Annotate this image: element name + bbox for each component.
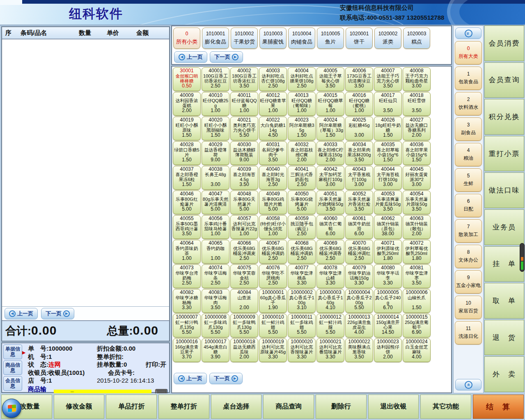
product-cell[interactable]: 40078华味亨盐津山楂3.30 (316, 264, 344, 288)
product-cell[interactable]: 40058(特价)旺仔小馒头18克1.00 (259, 215, 287, 239)
product-cell[interactable]: 40052乐事天然薯片香浓红烩3.50 (345, 190, 373, 214)
refund-button[interactable]: 退 货 (484, 320, 524, 356)
product-cell[interactable]: 40038长鼻王48g3.00 (202, 166, 229, 190)
product-cell[interactable]: 40069优乐美68G桶装冲调香芋2.50 (316, 240, 344, 264)
product-cell[interactable]: 40013旺仔QQ糖（葡萄味）1.00 (288, 92, 316, 116)
product-cell[interactable]: 10000013226g满意鱼皮花生4.00 (345, 314, 373, 337)
settle-button[interactable]: 结 算 (473, 395, 524, 419)
info-tab-0[interactable]: 单据信息▶ (3, 344, 22, 359)
product-cell[interactable]: 40070优乐美68G桶装冲调红豆2.50 (345, 240, 373, 264)
product-cell[interactable]: 40057达利可比克香辣薯片22g1.00 (230, 215, 258, 239)
scroll-down-button[interactable]: » (455, 28, 481, 39)
product-cell[interactable]: 40056乐事鸡汁番茄味马铃薯1.00 (202, 215, 229, 239)
takeout-button[interactable]: 外 卖 (484, 356, 524, 392)
product-cell[interactable]: 10000010虹一鲜汁鸡翅5.50 (259, 314, 287, 337)
product-cell[interactable]: 40063德芙什锦装（散包）2.00 (403, 215, 431, 239)
product-cell[interactable]: 40016旺仔QQ糖（蜜桃）1.00 (345, 92, 373, 116)
product-cell[interactable]: 40064香约原味奶茶1.00 (173, 240, 201, 264)
product-cell[interactable]: 10000012虹一鲜汁鸡腿5.50 (316, 314, 344, 337)
product-cell[interactable]: 40033喜之郎维C柠檬果冻150g2.00 (316, 141, 344, 165)
info-tab-1[interactable]: 商品信息 (3, 360, 22, 375)
prev-page-button[interactable]: ◀上一页 (5, 308, 38, 319)
product-cell[interactable]: 10000005真心瓜子240g6.70 (374, 289, 402, 313)
product-cell[interactable]: 40008王子巧克力颗粒曲奇星3.00 (403, 67, 431, 91)
item-discount-button[interactable]: 单品打折 (106, 395, 157, 419)
product-cell[interactable]: 10000007虹一鲜汁鸭爪135g5.50 (173, 314, 201, 337)
product-cell[interactable]: 40042太平加钙芝麻梳打100g3.00 (316, 166, 344, 190)
product-cell[interactable]: 10000016166g满意青豆果子3.70 (173, 338, 201, 362)
product-cell[interactable]: 40068优乐美68G桶装冲调奶茶2.50 (288, 240, 316, 264)
product-cell[interactable]: 30001金丝猴口哨棒棒糖0.50 (173, 67, 201, 91)
prev-page-button[interactable]: ◀上一页 (174, 51, 207, 63)
product-cell[interactable]: 10000011虹一多味鸡翅5.50 (288, 314, 316, 337)
product-cell[interactable]: 40075华味亨芙蓉金桔2.50 (230, 264, 258, 288)
delete-row-button[interactable]: 删除行 (316, 395, 367, 419)
product-cell[interactable]: 10000024白玉金丝芝麻味4.00 (403, 338, 431, 362)
product-cell[interactable]: 40018旺旺雪饼3.50 (403, 92, 431, 116)
product-cell[interactable]: 10000017454g满意白糖3.90 (202, 338, 229, 362)
product-cell[interactable]: 40017旺旺仙贝3.50 (374, 92, 402, 116)
table-select-button[interactable]: 桌台选择 (211, 395, 262, 419)
product-cell[interactable]: 40081华味亨盐津枣3.50 (403, 264, 431, 288)
product-cell[interactable]: 40059挑豆随手包（豌豆）2.50 (288, 215, 316, 239)
small-category-tab-1020002[interactable]: 1020002派类 (374, 28, 401, 49)
cooking-flavor-button[interactable]: 做法口味 (484, 172, 524, 208)
product-cell[interactable]: 4002618g旺旺牛奶糖1.50 (374, 117, 402, 140)
product-cell[interactable]: 10000021达利可比克番茄味薯片3.30 (316, 338, 344, 362)
product-cell[interactable]: 40062德芙什锦装（原包）38.00 (374, 215, 402, 239)
product-cell[interactable]: 40004达利好吃点腰果饼108g2.50 (288, 67, 316, 91)
product-cell[interactable]: 40077华味亨盐津桃条3.30 (288, 264, 316, 288)
product-cell[interactable]: 40029益达香橙薄荷9.00 (202, 141, 229, 165)
product-cell[interactable]: 40055乐事50G墨西哥鸡汁薯片3.50 (173, 215, 201, 239)
small-category-tab-1010005[interactable]: 1010005鱼片 (317, 28, 344, 49)
large-category-2[interactable]: 2饮料酒水 (455, 92, 482, 115)
small-category-tab-1020001[interactable]: 1020001饼干 (346, 28, 373, 49)
salesman-button[interactable]: 业务员 (484, 209, 524, 245)
product-cell[interactable]: 10000022美味酥满点葱香味3.50 (345, 338, 373, 362)
product-cell[interactable]: 40021奥利奥巧克力夹心饼干5.50 (230, 117, 258, 140)
large-category-5[interactable]: 5生鲜 (455, 168, 482, 192)
product-cell[interactable]: 40030益达木糖醇薄荷瓶装9.00 (230, 141, 258, 165)
product-cell[interactable]: 10000019达利可比克原味薯片45g3.30 (259, 338, 287, 362)
product-cell[interactable]: 40048乐事80G天然薯片5.00 (230, 190, 258, 214)
points-exchange-button[interactable]: 积分兑换 (484, 99, 524, 135)
large-category-9[interactable]: 9五金小家电 (455, 270, 482, 294)
large-category-8[interactable]: 8文体办公 (455, 245, 482, 268)
product-cell[interactable]: 40084山查派2.00 (230, 289, 258, 313)
order-discount-button[interactable]: 整单打折 (158, 395, 209, 419)
prev-page-button[interactable]: ◀上一页 (174, 373, 207, 384)
next-page-button[interactable]: 下一页▶ (209, 373, 243, 384)
exit-cashier-button[interactable]: 退出收银 (368, 395, 419, 419)
product-cell[interactable]: 40015旺仔QQ糖草莓1.00 (316, 92, 344, 116)
product-cell[interactable]: 10000004真心香瓜子200g5.50 (345, 289, 373, 313)
product-cell[interactable]: 10000003真心香瓜子160g4.10 (316, 289, 344, 313)
product-cell[interactable]: 40043太平香葱梳打100g3.00 (345, 166, 373, 190)
member-consume-button[interactable]: 会员消费 (484, 25, 524, 61)
product-cell[interactable]: 40076华味亨吃不厌桃肉2.50 (259, 264, 287, 288)
large-category-7[interactable]: 7散装加工 (455, 219, 482, 243)
scroll-up-button[interactable]: » (455, 379, 481, 390)
product-cell[interactable]: 40082华味亨冰糖杨梅3.30 (173, 289, 201, 313)
product-cell[interactable]: 40011旺仔蓝莓QQ糖1.00 (230, 92, 258, 116)
product-cell[interactable]: 10000023达利园熊仔饼2.00 (374, 338, 402, 362)
member-query-button[interactable]: 会员查询 (484, 62, 524, 98)
product-cell[interactable]: 40067优乐美68G桶装冲调奶茶2.50 (259, 240, 287, 264)
small-category-tab-1020003[interactable]: 1020003糕点 (403, 28, 430, 49)
product-cell[interactable]: 40031名厨沙爹牛肉干3.50 (259, 141, 287, 165)
product-cell[interactable]: 40034喜之郎果肉果冻杯200g3.50 (345, 141, 373, 165)
product-cell[interactable]: 40007达能王子巧克力夹心饼3.50 (374, 67, 402, 91)
product-cell[interactable]: 40035喜之郎草莓小袋15g*61.50 (374, 141, 402, 165)
scrollbar-handle[interactable] (520, 243, 525, 272)
product-cell[interactable]: 40006173G豆香工坊清爽绿豆3.50 (345, 67, 373, 91)
product-cell[interactable]: 10000018益达无糖西瓜味2.00 (230, 338, 258, 362)
product-cell[interactable]: 40036喜之郎苹果小袋15g*61.50 (403, 141, 431, 165)
product-cell[interactable]: 40009达利园香浓蛋糕2.00 (173, 92, 201, 116)
product-cell[interactable]: 40005达能王子草莓夹心饼3.50 (316, 67, 344, 91)
product-query-button[interactable]: 商品查询 (263, 395, 314, 419)
other-functions-button[interactable]: 其它功能 (420, 395, 471, 419)
product-cell[interactable]: 40071伊利原味优酸乳250ml1.80 (374, 240, 402, 264)
product-cell[interactable]: 40050乐事80G烧烤薯片5.00 (288, 190, 316, 214)
product-cell[interactable]: 40028绿箭口香糖5片1.50 (173, 141, 201, 165)
product-cell[interactable]: 40039喜之郎海苔4.5g3.50 (230, 166, 258, 190)
product-cell[interactable]: 40037喜之郎香橙果冻6粒1.50 (173, 166, 201, 190)
